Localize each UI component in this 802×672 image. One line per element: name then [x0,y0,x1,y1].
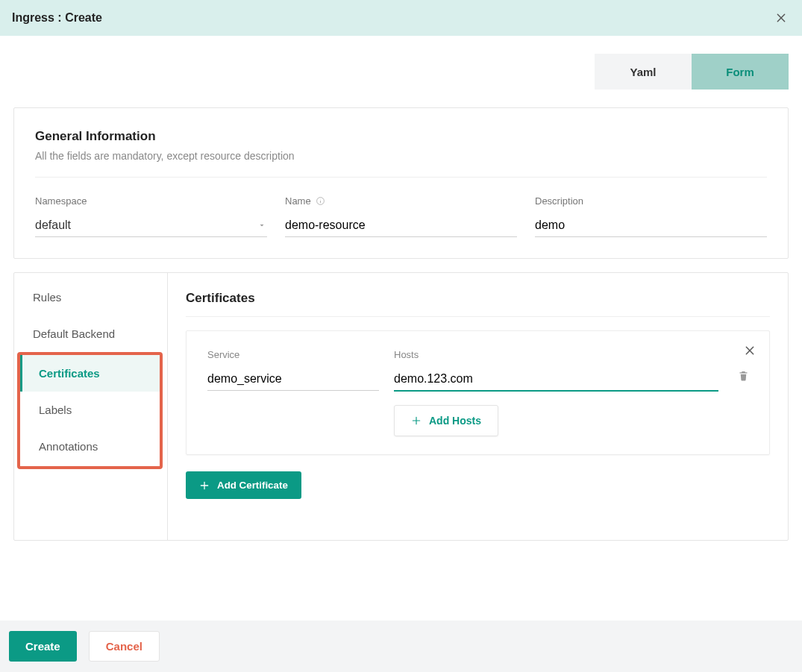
tab-form[interactable]: Form [692,54,789,90]
certificate-hosts-label: Hosts [394,349,718,360]
sidebar-item-default-backend[interactable]: Default Backend [14,315,167,352]
sidebar-item-annotations[interactable]: Annotations [20,428,160,465]
main-pane: Certificates Service Hosts [168,273,788,540]
add-hosts-label: Add Hosts [429,415,481,427]
certificate-service-label: Service [207,349,379,360]
delete-host-icon[interactable] [733,365,753,385]
add-certificate-button[interactable]: Add Certificate [186,471,301,499]
dialog-body: Yaml Form General Information All the fi… [0,36,802,621]
description-input[interactable] [535,214,767,237]
highlight-box: Certificates Labels Annotations [17,352,163,469]
cancel-button[interactable]: Cancel [89,631,160,662]
divider [186,316,770,317]
name-label-text: Name [285,195,311,207]
dialog-footer: Create Cancel [0,621,802,672]
certificate-remove-icon[interactable] [741,342,759,359]
namespace-field: Namespace default [35,195,267,237]
name-field: Name [285,195,517,237]
sidebar-item-certificates[interactable]: Certificates [20,355,160,392]
sidebar-item-rules[interactable]: Rules [14,279,167,315]
plus-icon [199,480,210,491]
general-information-subtitle: All the fields are mandatory, except res… [35,150,767,162]
name-input[interactable] [285,214,517,237]
sidebar-item-labels[interactable]: Labels [20,392,160,428]
certificate-panel: Service Hosts Add Hosts [186,330,770,455]
name-label: Name [285,195,517,207]
certificate-service-input[interactable] [207,368,379,391]
general-information-card: General Information All the fields are m… [13,107,789,259]
plus-icon [411,415,422,426]
view-toggle: Yaml Form [13,54,789,90]
certificates-title: Certificates [186,291,770,306]
dialog-header: Ingress : Create [0,0,802,36]
certificate-service-field: Service [207,349,379,391]
description-field: Description [535,195,767,237]
certificate-hosts-field: Hosts Add Hosts [394,349,718,436]
dialog-title: Ingress : Create [12,11,102,25]
namespace-label: Namespace [35,195,267,207]
create-button[interactable]: Create [9,631,77,662]
certificate-hosts-input[interactable] [394,368,718,392]
add-hosts-button[interactable]: Add Hosts [394,405,498,436]
svg-point-2 [320,199,321,200]
add-certificate-label: Add Certificate [217,480,288,491]
tab-yaml[interactable]: Yaml [595,54,692,90]
description-label: Description [535,195,767,207]
divider [35,177,767,178]
sidebar: Rules Default Backend Certificates Label… [14,273,168,540]
general-information-title: General Information [35,129,767,144]
caret-down-icon [257,220,267,230]
config-card: Rules Default Backend Certificates Label… [13,272,789,541]
dialog-close-icon[interactable] [772,9,790,27]
info-icon[interactable] [316,196,326,207]
namespace-value: default [35,219,71,232]
namespace-select[interactable]: default [35,214,267,237]
